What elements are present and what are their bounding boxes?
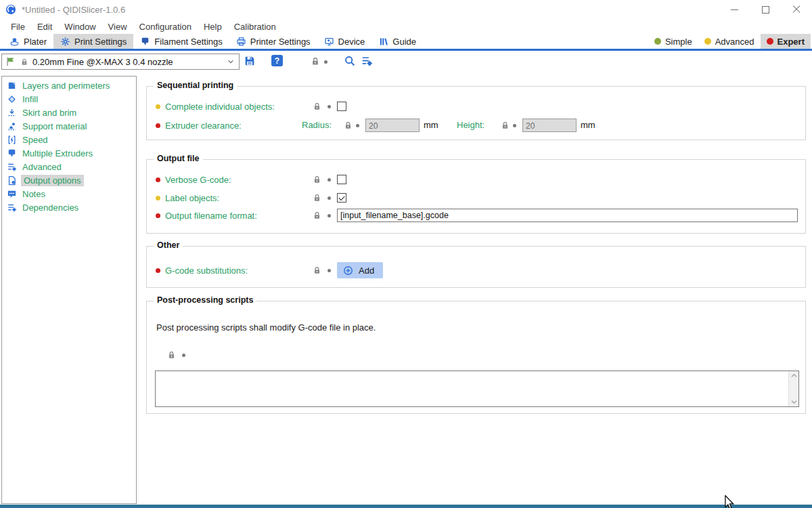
label-objects-checkbox[interactable] (337, 193, 346, 203)
section-title: Output file (154, 154, 203, 163)
mode-simple[interactable]: Simple (648, 34, 698, 49)
group-output-file: Output file Verbose G-code: Label object… (146, 159, 806, 234)
menu-calibration[interactable]: Calibration (228, 22, 282, 32)
tab-guide[interactable]: Guide (371, 34, 423, 49)
preset-combobox[interactable]: 0.20mm Fine @X-MAX 3 0.4 nozzle (1, 54, 240, 70)
search-button[interactable] (344, 55, 356, 67)
flag-icon (5, 56, 16, 67)
dot-icon (328, 178, 331, 182)
device-icon (324, 37, 334, 47)
scroll-down-icon[interactable] (791, 400, 797, 404)
option-dot-icon (156, 177, 160, 182)
dot-icon (328, 105, 331, 108)
lock-icon (167, 350, 176, 360)
lock-icon (313, 266, 321, 275)
window-title: *Untitled - QIDISlicer-1.0.6 (22, 5, 125, 15)
infill-icon (7, 94, 17, 104)
list-gear-icon (7, 162, 17, 172)
sidebar-item-skirt-and-brim[interactable]: Skirt and brim (2, 106, 136, 119)
height-input[interactable] (522, 119, 577, 132)
window-bottom-edge (0, 505, 812, 508)
lock-icon (313, 102, 321, 111)
option-row-output-filename-format: Output filename format: (156, 208, 798, 223)
notes-icon (7, 189, 17, 199)
sidebar-item-support-material[interactable]: Support material (2, 119, 136, 133)
modified-dot-icon (324, 60, 328, 64)
post-processing-scripts-textarea[interactable] (155, 371, 799, 407)
skirt-icon (7, 108, 17, 118)
sidebar-item-infill[interactable]: Infill (2, 92, 136, 106)
option-dot-icon (156, 104, 160, 109)
menu-file[interactable]: File (5, 22, 31, 32)
lock-icon (311, 56, 320, 66)
tab-plater[interactable]: Plater (3, 34, 53, 49)
option-dot-icon (156, 123, 160, 128)
lock-icon (501, 121, 510, 130)
scrollbar[interactable] (788, 371, 798, 406)
sidebar-item-speed[interactable]: Speed (2, 133, 136, 146)
minimize-button[interactable] (719, 0, 750, 19)
minimize-icon (731, 9, 738, 10)
sidebar-item-notes[interactable]: Notes (2, 187, 136, 200)
height-label: Height: (457, 120, 484, 130)
app-logo-icon (5, 4, 16, 15)
output-filename-format-input[interactable] (337, 209, 798, 222)
tab-printer-settings[interactable]: Printer Settings (229, 34, 317, 49)
lock-icon (313, 211, 321, 220)
menu-bar: File Edit Window View Configuration Help… (0, 19, 812, 34)
menu-edit[interactable]: Edit (31, 22, 58, 32)
preset-value: 0.20mm Fine @X-MAX 3 0.4 nozzle (32, 57, 173, 67)
dot-icon (356, 124, 359, 127)
mode-advanced[interactable]: Advanced (698, 34, 761, 49)
option-dot-icon (156, 213, 160, 218)
scroll-up-icon[interactable] (791, 373, 797, 378)
tab-filament-settings[interactable]: Filament Settings (133, 34, 229, 49)
menu-help[interactable]: Help (198, 22, 228, 32)
section-title: Post-processing scripts (154, 295, 256, 305)
title-bar: *Untitled - QIDISlicer-1.0.6 (0, 0, 812, 19)
radius-input[interactable] (365, 119, 420, 132)
option-row-extruder-clearance: Extruder clearance: Radius: mm Height: m… (156, 118, 798, 133)
mode-selector: Simple Advanced Expert (648, 34, 811, 49)
speed-icon (7, 135, 17, 145)
layers-icon (7, 81, 17, 91)
sidebar-item-output-options[interactable]: Output options (2, 173, 136, 187)
menu-view[interactable]: View (102, 22, 133, 32)
complete-individual-objects-checkbox[interactable] (337, 102, 346, 111)
section-title: Sequential printing (154, 81, 237, 90)
tab-device[interactable]: Device (317, 34, 372, 49)
post-processing-description: Post processing scripts shall modify G-c… (156, 322, 376, 333)
simple-dot-icon (654, 38, 661, 45)
list-gear-icon (7, 203, 17, 213)
advanced-dot-icon (704, 38, 711, 45)
radius-unit: mm (424, 120, 438, 130)
settings-sidebar: Layers and perimeters Infill Skirt and b… (1, 76, 137, 504)
compare-settings-button[interactable] (361, 55, 373, 67)
add-substitution-button[interactable]: Add (337, 262, 383, 278)
sidebar-item-advanced[interactable]: Advanced (2, 160, 136, 173)
sidebar-item-multiple-extruders[interactable]: Multiple Extruders (2, 146, 136, 160)
option-row-gcode-substitutions: G-code substitutions: Add (156, 262, 798, 278)
verbose-gcode-checkbox[interactable] (337, 175, 346, 184)
close-icon (792, 5, 800, 14)
mode-expert[interactable]: Expert (761, 34, 811, 49)
sidebar-item-layers-and-perimeters[interactable]: Layers and perimeters (2, 79, 136, 92)
lock-icon (313, 193, 321, 203)
maximize-button[interactable] (750, 0, 781, 19)
lock-icon (313, 175, 321, 184)
save-preset-button[interactable] (244, 55, 256, 67)
menu-window[interactable]: Window (58, 22, 102, 32)
extruder-icon (7, 148, 17, 158)
option-dot-icon (156, 268, 160, 273)
help-button[interactable]: ? (271, 55, 283, 66)
option-row-label-objects: Label objects: (156, 190, 798, 205)
sidebar-item-dependencies[interactable]: Dependencies (2, 200, 136, 214)
maximize-icon (762, 6, 769, 14)
radius-label: Radius: (302, 120, 332, 130)
menu-configuration[interactable]: Configuration (133, 22, 198, 32)
chevron-down-icon (227, 58, 235, 66)
tab-print-settings[interactable]: Print Settings (53, 34, 133, 49)
dot-icon (182, 354, 185, 357)
close-button[interactable] (781, 0, 812, 19)
preset-toolbar: 0.20mm Fine @X-MAX 3 0.4 nozzle ? (0, 53, 812, 70)
